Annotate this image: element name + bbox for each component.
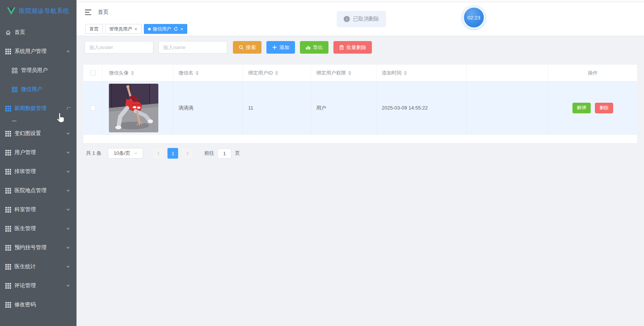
close-icon[interactable]: × [180,27,183,32]
next-page-button[interactable] [182,148,193,159]
unbind-button[interactable]: 解绑 [572,103,591,113]
column-header-bind-user-role[interactable]: 绑定用户权限 [311,65,376,81]
active-dot-icon [148,28,151,30]
sidebar-item-news-data[interactable]: 新闻数据管理 [0,99,77,118]
delete-button[interactable]: 删除 [595,103,613,113]
sort-carets-icon[interactable] [131,71,134,75]
avatar-search-input[interactable] [84,41,153,54]
breadcrumb[interactable]: 首页 [98,9,108,16]
app-logo: 医院就诊导航系统 [0,0,77,22]
tab-admin-users[interactable]: 管理员用户 × [105,24,142,34]
cell-spacer [467,81,548,134]
sidebar-menu: 首页 系统用户管理 管理员用户 微信用户 新闻数据管理 变幻图设置 用户 [0,22,77,314]
batch-delete-button[interactable]: 批量删除 [333,41,372,54]
toolbar: 搜索 添加 导出 批量删除 [84,41,637,54]
sidebar-item-appointment-management[interactable]: 预约挂号管理 [0,238,77,257]
goto-page-input[interactable] [217,148,231,159]
tab-wechat-users[interactable]: 微信用户 × [144,24,188,34]
column-header-bind-user-id[interactable]: 绑定用户ID [243,65,311,81]
avatar [109,84,158,132]
subgrid-icon [12,68,18,73]
subgrid-icon [12,87,18,92]
timer-value: 02:23 [467,15,480,21]
sidebar-item-wechat-users[interactable]: 微信用户 [0,80,77,99]
grid-icon [5,264,11,270]
row-checkbox[interactable] [90,105,96,111]
chevron-down-icon [66,283,70,288]
cell-add-time: 2025-03-09 14:55:22 [382,105,428,111]
logo-v-icon [7,7,16,15]
grid-icon [5,169,11,175]
page-number-button[interactable]: 1 [167,148,178,159]
goto-label: 前往 [204,150,214,157]
chevron-down-icon [66,226,70,231]
column-header-spacer [467,65,548,81]
chevron-down-icon [66,131,70,136]
sidebar-item-doctor-statistics[interactable]: 医生统计 [0,257,77,276]
app-title: 医院就诊导航系统 [19,7,69,15]
grid-icon [5,131,11,137]
bar-chart-icon [306,45,311,50]
grid-icon [5,188,11,194]
collapse-arrow-icon [67,107,70,110]
grid-icon [5,226,11,232]
chevron-down-icon [66,264,70,269]
tab-home[interactable]: 首页 [85,24,103,34]
sidebar-item-change-password[interactable]: 修改密码 [0,295,77,314]
sidebar-item-schedule-management[interactable]: 排班管理 [0,162,77,181]
column-header-avatar[interactable]: 微信头像 [102,65,173,81]
sort-carets-icon[interactable] [348,71,351,75]
pagination-total: 共 1 条 [86,150,101,157]
toast-message: 已取消删除 [353,16,379,22]
sidebar-item-home[interactable]: 首页 [0,23,77,42]
hamburger-icon[interactable] [85,10,91,15]
chevron-right-icon [185,151,190,156]
grid-icon [5,207,11,213]
sort-carets-icon[interactable] [404,71,407,75]
search-button[interactable]: 搜索 [233,41,261,54]
prev-page-button[interactable] [153,148,164,159]
main-area: 首页 首页 管理员用户 × 微信用户 × 搜索 添加 [77,0,644,326]
collapsing-submenu-remnant [0,118,77,124]
chevron-down-icon [66,150,70,155]
grid-icon [5,302,11,308]
sidebar-item-comment-management[interactable]: 评论管理 [0,276,77,295]
wechat-users-table: 微信头像 微信名 绑定用户ID 绑定用户权限 添加时间 [83,65,637,143]
chevron-left-icon [156,151,161,156]
sidebar-item-hospital-location[interactable]: 医院地点管理 [0,181,77,200]
sidebar-item-system-users[interactable]: 系统用户管理 [0,42,77,61]
content-area: 搜索 添加 导出 批量删除 微信头像 [77,36,644,326]
sidebar: 医院就诊导航系统 首页 系统用户管理 管理员用户 微信用户 新闻数据管理 变幻图… [0,0,77,326]
sidebar-item-admin-users[interactable]: 管理员用户 [0,61,77,80]
grid-icon [5,150,11,156]
sidebar-item-user-management[interactable]: 用户管理 [0,143,77,162]
close-icon[interactable]: × [134,27,137,32]
goto-unit-label: 页 [235,150,240,157]
table-row[interactable]: 滴滴滴 11 用户 2025-03-09 14:55:22 解绑 删除 [83,81,637,135]
grid-icon [5,245,11,251]
sort-carets-icon[interactable] [275,71,278,75]
house-icon [5,30,11,35]
goto-page: 前往 页 [204,148,240,159]
add-button[interactable]: 添加 [266,41,295,54]
column-header-wechat-name[interactable]: 微信名 [173,65,243,81]
refresh-icon[interactable] [174,27,178,31]
page-size-select[interactable]: 10条/页 [108,148,143,159]
cell-bind-user-id: 11 [248,105,253,111]
column-header-add-time[interactable]: 添加时间 [376,65,467,81]
search-icon [239,45,244,50]
sidebar-item-doctor-management[interactable]: 医生管理 [0,219,77,238]
sidebar-item-department-management[interactable]: 科室管理 [0,200,77,219]
sort-carets-icon[interactable] [196,71,199,75]
select-all-checkbox[interactable] [90,70,96,76]
table-header-row: 微信头像 微信名 绑定用户ID 绑定用户权限 添加时间 [83,65,637,81]
chevron-down-icon [134,151,138,155]
recording-timer-badge[interactable]: 02:23 [462,6,485,29]
chevron-down-icon [66,188,70,193]
grid-icon [5,106,11,111]
sidebar-item-carousel-settings[interactable]: 变幻图设置 [0,124,77,143]
name-search-input[interactable] [158,41,227,54]
chevron-down-icon [66,207,70,212]
export-button[interactable]: 导出 [300,41,328,54]
toast-notification: i 已取消删除 [337,11,386,27]
